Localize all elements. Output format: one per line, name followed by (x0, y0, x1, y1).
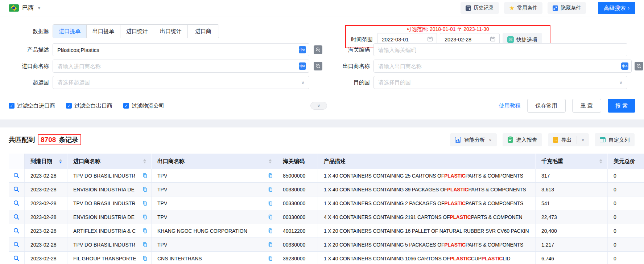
datasource-tab[interactable]: 进口统计 (120, 25, 154, 38)
exact-match-icon[interactable] (635, 62, 643, 70)
origin-country-select[interactable]: 请选择起运国 ∨ (53, 76, 309, 89)
product-desc-input[interactable] (53, 44, 309, 56)
datasource-tab[interactable]: 出口统计 (154, 25, 187, 38)
cell-importer-name: TPV DO BRASIL INDUSTR (73, 242, 135, 248)
history-button[interactable]: 历史记录 (461, 2, 499, 14)
enter-report-button[interactable]: 进入报告 (503, 133, 542, 146)
copy-icon[interactable] (142, 173, 148, 178)
cell-arrival-date: 2023-02-28 (25, 210, 67, 224)
importer-input[interactable] (53, 60, 309, 72)
dest-country-label: 目的国 (331, 79, 373, 86)
cell-exporter-name: TPV (157, 173, 167, 179)
checkbox-icon: ✓ (123, 103, 129, 109)
exact-match-icon[interactable] (314, 45, 322, 54)
copy-icon[interactable] (268, 200, 273, 206)
row-detail-search-icon[interactable] (13, 255, 20, 261)
row-detail-search-icon[interactable] (13, 186, 20, 192)
end-date-value: 2023-02-28 (445, 37, 471, 42)
save-conditions-button[interactable]: 保存常用 (527, 99, 566, 113)
brazil-flag-icon (9, 4, 19, 12)
datasource-tab[interactable]: 进口商 (187, 25, 219, 38)
results-count-highlight-box: 8708 条记录 (38, 134, 81, 145)
export-button[interactable]: → 导出 (548, 133, 577, 146)
column-header-label: 到港日期 (30, 158, 52, 165)
copy-icon[interactable] (268, 228, 273, 233)
datasource-tab[interactable]: 进口提单 (53, 25, 86, 38)
sort-icon[interactable] (599, 159, 602, 163)
copy-icon[interactable] (142, 200, 148, 206)
filter-checkbox[interactable]: ✓过滤物流公司 (123, 102, 164, 109)
sort-icon[interactable] (269, 159, 272, 163)
hscode-input[interactable] (374, 44, 627, 56)
checkbox-label: 过滤空白进口商 (17, 102, 55, 109)
results-table: 到港日期 进口商名称 出口商名称 海关编码 产品描述 千克毛重 美元总价 202… (9, 154, 644, 264)
cell-weight-kg: 541 (536, 196, 608, 210)
cell-usd-total: 0 (608, 224, 644, 237)
cell-usd-total: 0 (608, 183, 644, 196)
cell-weight-kg: 22,473 (536, 210, 608, 224)
country-selector[interactable]: 巴西 ▼ (9, 4, 41, 12)
advanced-search-button[interactable]: 高级搜索 › (598, 2, 635, 14)
favorite-conditions-button[interactable]: ★ 常用条件 (504, 2, 542, 14)
copy-icon[interactable] (268, 256, 273, 261)
results-section: 共匹配到 8708 条记录 智能分析 ∨ 进入报告 → 导出 (0, 127, 644, 264)
tutorial-link[interactable]: 使用教程 (499, 102, 521, 109)
filter-checkbox[interactable]: ✓过滤空白进口商 (9, 102, 55, 109)
export-button-group: → 导出 ∨ (548, 133, 589, 146)
row-detail-search-icon[interactable] (13, 172, 20, 179)
cell-hs-code: 85000000 (277, 169, 318, 182)
custom-columns-button[interactable]: 自定义列 (595, 133, 635, 146)
cell-importer-name: FIL GROUP TRANSPORTE (73, 256, 136, 261)
table-row: 2023-02-28 ARTIFLEX INDUSTRIA & C KHANG … (9, 224, 644, 238)
copy-icon[interactable] (142, 228, 148, 233)
time-range-hint: 可选范围: 2018-01-01 至 2023-11-30 (345, 26, 550, 33)
cell-importer-name: TPV DO BRASIL INDUSTR (73, 173, 135, 179)
exporter-input[interactable] (374, 60, 631, 72)
hide-conditions-button[interactable]: 隐藏条件 (548, 2, 586, 14)
datasource-tab[interactable]: 出口提单 (86, 25, 120, 38)
history-icon (466, 5, 471, 11)
row-detail-search-icon[interactable] (13, 241, 20, 248)
search-button[interactable]: 搜 索 (608, 99, 635, 113)
copy-icon[interactable] (142, 187, 148, 192)
copy-icon[interactable] (268, 173, 273, 178)
translate-icon[interactable]: 中A (299, 46, 306, 53)
copy-icon[interactable] (142, 214, 148, 220)
copy-icon[interactable] (142, 242, 148, 247)
column-header-label: 千克毛重 (541, 158, 563, 165)
results-count: 8708 (41, 136, 56, 144)
column-header-label: 出口商名称 (157, 158, 185, 165)
country-name: 巴西 (22, 4, 34, 12)
copy-icon[interactable] (268, 242, 273, 247)
collapse-icon (553, 5, 558, 11)
row-detail-search-icon[interactable] (13, 200, 20, 206)
cell-weight-kg: 317 (536, 169, 608, 182)
copy-icon[interactable] (268, 187, 273, 192)
reset-button[interactable]: 重 置 (572, 99, 601, 113)
row-detail-search-icon[interactable] (13, 228, 20, 234)
sort-icon[interactable] (143, 159, 146, 163)
dest-country-select[interactable]: 请选择目的国 ∨ (373, 76, 627, 89)
exporter-label: 出口商名称 (331, 63, 373, 70)
cell-importer-name: ENVISION INDUSTRIA DE (73, 214, 135, 220)
cell-importer-name: ARTIFLEX INDUSTRIA & C (73, 228, 136, 234)
copy-icon[interactable] (268, 214, 273, 220)
cell-usd-total: 0 (608, 238, 644, 251)
copy-icon[interactable] (142, 256, 148, 261)
row-detail-search-icon[interactable] (13, 214, 20, 220)
table-row: 2023-02-28 TPV DO BRASIL INDUSTR TPV 003… (9, 196, 644, 210)
translate-icon[interactable]: 中A (621, 62, 628, 70)
export-options-chevron[interactable]: ∨ (577, 133, 589, 146)
collapse-form-button[interactable]: ∨ (310, 102, 327, 110)
sort-icon[interactable] (59, 159, 62, 163)
cell-arrival-date: 2023-02-28 (25, 224, 67, 237)
filter-checkbox[interactable]: ✓过滤空白出口商 (66, 102, 112, 109)
cell-product-desc: 1 X 40 CONTAINERS CONTAINING 2 PACKAGES … (318, 196, 536, 210)
exact-match-icon[interactable] (314, 62, 322, 70)
chevron-down-icon: ∨ (619, 80, 623, 85)
translate-icon[interactable]: 中A (299, 62, 306, 70)
smart-analysis-button[interactable]: 智能分析 ∨ (450, 133, 497, 146)
cell-hs-code: 00330000 (277, 183, 318, 196)
time-range-label: 时间范围 (345, 36, 377, 43)
checkbox-icon: ✓ (66, 103, 72, 109)
